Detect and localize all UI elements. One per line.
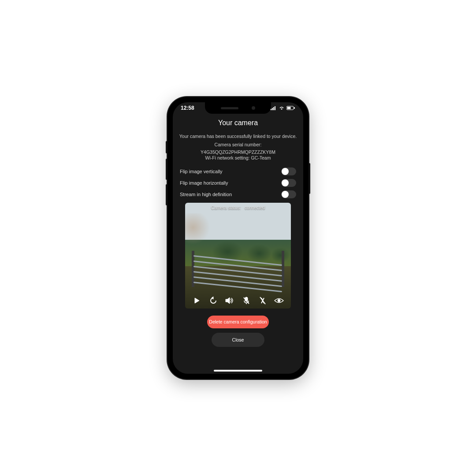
setting-flip-vertical: Flip image vertically <box>179 166 297 177</box>
gate-graphic <box>193 253 283 284</box>
phone-mute-switch <box>166 141 167 153</box>
wifi-value: GC-Team <box>251 155 271 160</box>
svg-rect-2 <box>273 107 274 110</box>
camera-status-value: connected <box>245 205 265 210</box>
volume-icon[interactable] <box>224 295 235 306</box>
phone-frame: 12:58 Your camera Your camera has been s… <box>167 97 309 379</box>
wifi-label: Wi-Fi network setting: <box>205 155 250 160</box>
status-time: 12:58 <box>181 105 194 111</box>
signal-icon <box>271 106 277 110</box>
ir-off-icon[interactable] <box>257 295 268 306</box>
notch <box>205 102 271 114</box>
battery-icon <box>286 106 295 110</box>
toggle-stream-hd[interactable] <box>281 190 296 198</box>
preview-controls <box>185 295 291 306</box>
camera-status-label: Camera status: <box>211 205 241 210</box>
setting-flip-horizontal: Flip image horizontally <box>179 177 297 189</box>
serial-label: Camera serial number: <box>179 141 297 148</box>
phone-volume-down <box>166 184 167 205</box>
delete-config-button[interactable]: Delete camera configuration <box>207 316 269 328</box>
play-icon[interactable] <box>192 295 202 306</box>
svg-rect-0 <box>271 109 271 110</box>
home-indicator[interactable] <box>214 370 262 372</box>
phone-volume-up <box>166 159 167 180</box>
toggle-flip-vertical[interactable] <box>281 167 296 175</box>
phone-power-button <box>309 163 310 194</box>
settings-list: Flip image vertically Flip image horizon… <box>179 166 297 200</box>
setting-label: Stream in high definition <box>180 192 232 197</box>
camera-status: Camera status: connected <box>185 205 291 210</box>
setting-stream-hd: Stream in high definition <box>179 189 297 200</box>
camera-preview[interactable]: Camera status: connected <box>185 203 291 309</box>
eye-icon[interactable] <box>274 295 284 306</box>
svg-line-15 <box>260 297 265 304</box>
toggle-flip-horizontal[interactable] <box>281 179 296 187</box>
svg-marker-9 <box>226 298 230 304</box>
svg-rect-5 <box>287 107 291 109</box>
svg-rect-3 <box>275 106 275 110</box>
wifi-setting: Wi-Fi network setting: GC-Team <box>179 155 297 161</box>
svg-marker-7 <box>195 298 199 303</box>
wifi-icon <box>279 106 285 110</box>
mic-off-icon[interactable] <box>241 295 252 306</box>
refresh-icon[interactable] <box>208 295 219 306</box>
close-button[interactable]: Close <box>212 333 264 347</box>
page-title: Your camera <box>179 119 297 127</box>
serial-value: Y4G35QQZG2PHRMQPZZZZKY8M <box>179 149 297 155</box>
linked-message: Your camera has been successfully linked… <box>179 133 297 140</box>
svg-point-16 <box>278 299 280 302</box>
svg-rect-6 <box>294 107 295 109</box>
setting-label: Flip image vertically <box>180 169 223 174</box>
screen: 12:58 Your camera Your camera has been s… <box>173 102 303 374</box>
setting-label: Flip image horizontally <box>180 180 228 186</box>
svg-rect-1 <box>272 108 273 110</box>
